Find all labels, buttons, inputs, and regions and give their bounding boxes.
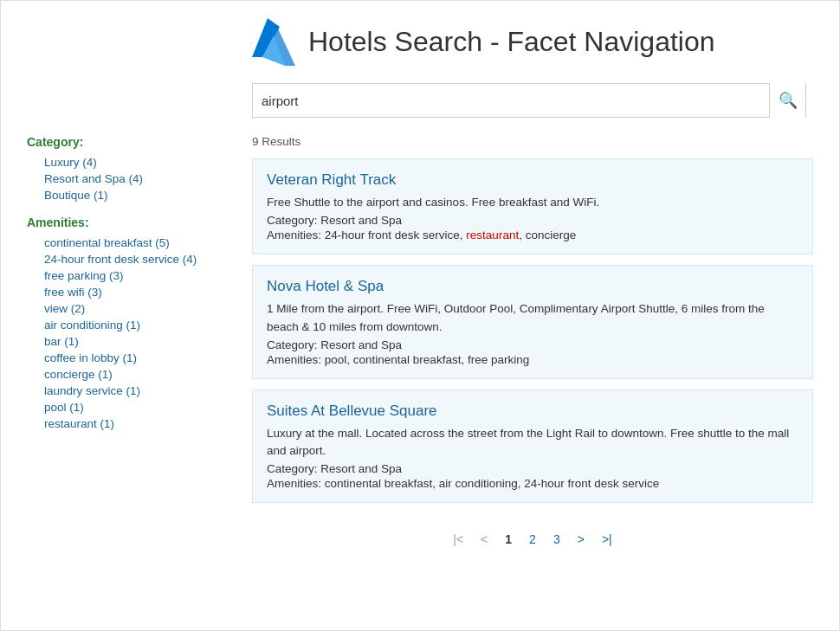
result-desc-suites-bellevue: Luxury at the mall. Located across the s… (267, 425, 798, 460)
results-count: 9 Results (252, 135, 813, 148)
amenities-label: Amenities: (27, 216, 209, 229)
search-input[interactable] (253, 93, 769, 108)
pagination-last[interactable]: >| (597, 531, 617, 548)
result-title-suites-bellevue[interactable]: Suites At Bellevue Square (267, 402, 798, 420)
pagination-page3[interactable]: 3 (548, 531, 565, 548)
result-desc-veteran-right-track: Free Shuttle to the airport and casinos.… (267, 194, 798, 211)
facet-free-wifi[interactable]: free wifi (3) (27, 284, 209, 300)
result-card-suites-bellevue: Suites At Bellevue Square Luxury at the … (252, 390, 813, 504)
result-category-nova-hotel: Category: Resort and Spa (267, 338, 798, 351)
sidebar: Category: Luxury (4) Resort and Spa (4) … (1, 135, 226, 621)
result-desc-nova-hotel: 1 Mile from the airport. Free WiFi, Outd… (267, 300, 798, 336)
search-bar: 🔍 (252, 83, 806, 118)
result-card-nova-hotel: Nova Hotel & Spa 1 Mile from the airport… (252, 265, 813, 379)
facet-luxury[interactable]: Luxury (4) (27, 154, 209, 171)
facet-boutique[interactable]: Boutique (1) (27, 187, 209, 203)
pagination-prev[interactable]: < (475, 531, 493, 548)
result-amenities-nova-hotel: Amenities: pool, continental breakfast, … (267, 353, 798, 366)
result-amenities-suites-bellevue: Amenities: continental breakfast, air co… (267, 477, 798, 490)
azure-logo-icon (252, 18, 295, 66)
search-button[interactable]: 🔍 (769, 83, 805, 118)
result-title-veteran-right-track[interactable]: Veteran Right Track (267, 171, 798, 189)
facet-view[interactable]: view (2) (27, 300, 209, 317)
amenities-highlight-1: restaurant (466, 229, 519, 241)
pagination-next[interactable]: > (572, 531, 590, 548)
amenities-label-3: Amenities: (267, 477, 325, 490)
facet-concierge[interactable]: concierge (1) (27, 366, 209, 383)
category-label: Category: (27, 135, 209, 149)
result-category-suites-bellevue: Category: Resort and Spa (267, 462, 798, 475)
result-category-veteran-right-track: Category: Resort and Spa (267, 214, 798, 227)
results-area: 9 Results Veteran Right Track Free Shutt… (226, 135, 839, 621)
page-title: Hotels Search - Facet Navigation (308, 26, 715, 58)
amenities-label-1: Amenities: 24-hour front desk service, r… (267, 229, 576, 241)
facet-resort-and-spa[interactable]: Resort and Spa (4) (27, 171, 209, 187)
facet-free-parking[interactable]: free parking (3) (27, 267, 209, 284)
header: Hotels Search - Facet Navigation (1, 1, 839, 74)
result-card-veteran-right-track: Veteran Right Track Free Shuttle to the … (252, 158, 813, 254)
pagination: |< < 1 2 3 > >| (252, 513, 813, 557)
amenities-values-3: continental breakfast, air conditioning,… (325, 477, 659, 490)
facet-bar[interactable]: bar (1) (27, 333, 209, 350)
pagination-first[interactable]: |< (448, 531, 468, 548)
pagination-page1[interactable]: 1 (500, 531, 517, 548)
facet-laundry-service[interactable]: laundry service (1) (27, 383, 209, 399)
facet-coffee-in-lobby[interactable]: coffee in lobby (1) (27, 350, 209, 366)
search-bar-row: 🔍 (1, 74, 839, 126)
facet-pool[interactable]: pool (1) (27, 399, 209, 415)
amenities-values-2: pool, continental breakfast, free parkin… (325, 353, 529, 366)
pagination-page2[interactable]: 2 (524, 531, 541, 548)
result-title-nova-hotel[interactable]: Nova Hotel & Spa (267, 278, 798, 295)
result-amenities-veteran-right-track: Amenities: 24-hour front desk service, r… (267, 229, 798, 241)
facet-air-conditioning[interactable]: air conditioning (1) (27, 317, 209, 333)
facet-continental-breakfast[interactable]: continental breakfast (5) (27, 235, 209, 251)
amenities-label-2: Amenities: (267, 353, 325, 366)
facet-restaurant[interactable]: restaurant (1) (27, 415, 209, 432)
main-content: Category: Luxury (4) Resort and Spa (4) … (1, 126, 839, 630)
page-wrapper: Hotels Search - Facet Navigation 🔍 Categ… (0, 0, 840, 631)
facet-front-desk[interactable]: 24-hour front desk service (4) (27, 251, 209, 267)
